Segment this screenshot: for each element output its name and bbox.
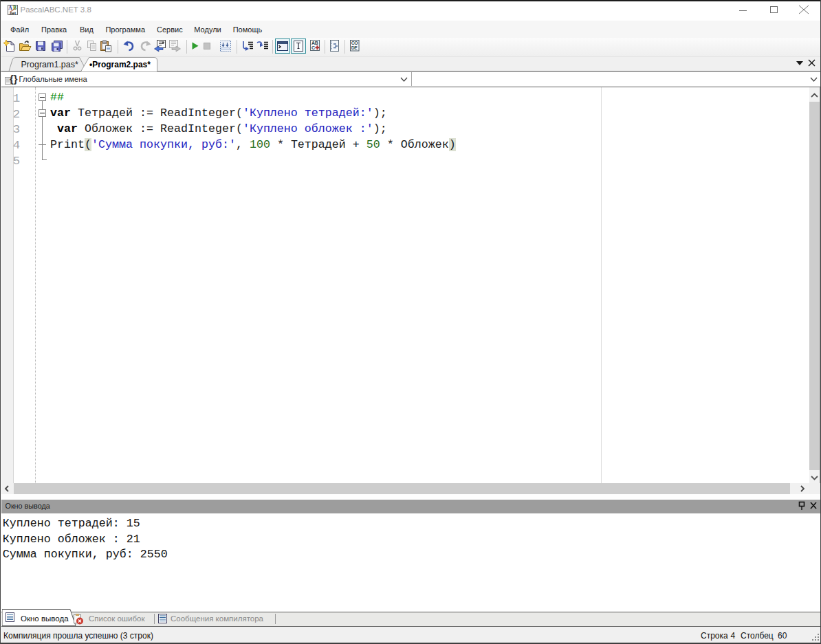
svg-text:CO: CO [351, 41, 358, 45]
svg-text:C: C [311, 45, 315, 50]
svg-text:AB: AB [311, 41, 318, 45]
svg-text:.net: .net [9, 10, 17, 15]
svg-text:DE: DE [351, 45, 358, 50]
